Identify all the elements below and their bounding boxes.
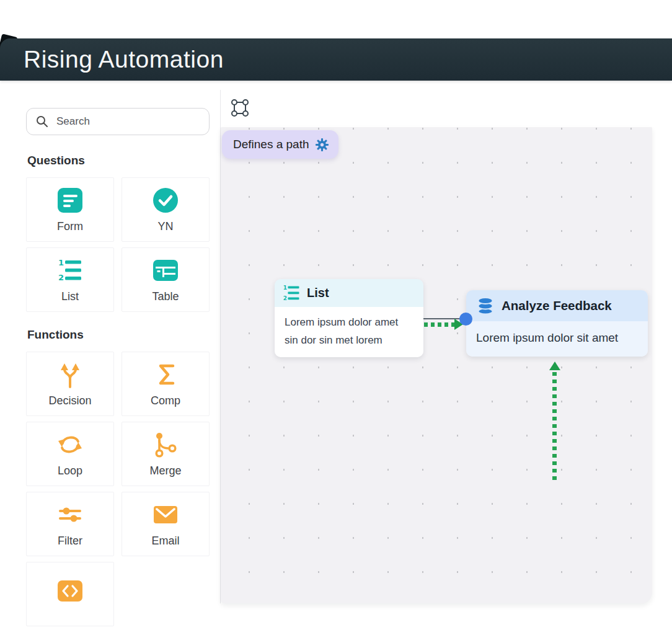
dotted-arrow-right (424, 322, 455, 327)
palette-item-label: Merge (149, 464, 181, 477)
dotted-arrow-up-head (549, 362, 560, 370)
palette-item-table[interactable]: Table (122, 247, 210, 312)
graph-nodes-icon[interactable] (229, 97, 250, 118)
svg-text:1: 1 (283, 285, 287, 291)
palette-item-filter[interactable]: Filter (26, 492, 114, 556)
gear-icon[interactable] (315, 138, 329, 152)
section-heading-functions: Functions (27, 328, 210, 342)
node-palette-sidebar: Questions Form YN 12 List Table Func (26, 108, 210, 626)
node-body-text: Lorem ipsum dolor amet sin dor sin met l… (275, 307, 423, 357)
svg-text:2: 2 (283, 295, 287, 301)
palette-item-code[interactable] (26, 562, 114, 626)
node-analyze-header: Analyze Feedback (466, 290, 648, 321)
node-analyze-feedback[interactable]: Analyze Feedback Lorem ipsum dolor sit a… (466, 290, 648, 357)
svg-text:1: 1 (58, 259, 64, 267)
ordered-list-icon: 12 (58, 256, 82, 285)
sigma-icon (154, 360, 177, 389)
palette-item-comp[interactable]: Comp (122, 352, 210, 416)
ordered-list-icon: 12 (283, 285, 300, 301)
palette-item-label: List (61, 290, 79, 303)
email-icon (153, 500, 179, 529)
dotted-arrow-up (552, 372, 557, 481)
palette-item-decision[interactable]: Decision (26, 352, 114, 416)
path-tooltip: Defines a path (222, 130, 338, 159)
node-body-text: Lorem ipsum dolor sit amet (466, 321, 648, 357)
merge-icon (154, 430, 177, 459)
search-box[interactable] (26, 108, 210, 135)
node-title: List (307, 286, 329, 300)
tooltip-label: Defines a path (233, 138, 309, 151)
palette-item-label: Loop (58, 464, 82, 477)
palette-item-email[interactable]: Email (122, 492, 210, 556)
svg-text:2: 2 (58, 273, 64, 282)
app-title: Rising Automation (24, 46, 224, 73)
yes-no-check-icon (152, 186, 179, 215)
node-list[interactable]: 12 List Lorem ipsum dolor amet sin dor s… (275, 279, 423, 357)
palette-item-label: Decision (48, 394, 91, 407)
form-icon (56, 186, 84, 215)
filter-sliders-icon (57, 500, 83, 529)
palette-item-label: YN (157, 220, 173, 233)
search-icon (35, 115, 49, 128)
palette-item-label: Filter (58, 535, 82, 548)
palette-item-list[interactable]: 12 List (26, 247, 114, 312)
database-icon (476, 297, 495, 314)
search-input[interactable] (55, 115, 200, 128)
section-heading-questions: Questions (27, 154, 210, 167)
code-icon (56, 577, 84, 605)
palette-item-merge[interactable]: Merge (122, 422, 210, 486)
palette-item-loop[interactable]: Loop (26, 422, 114, 486)
palette-item-label: Form (57, 220, 83, 233)
palette-item-label: Email (151, 535, 179, 548)
app-header: Rising Automation (0, 38, 672, 81)
questions-tiles: Form YN 12 List Table (26, 177, 210, 312)
palette-item-yn[interactable]: YN (122, 177, 210, 242)
palette-item-form[interactable]: Form (26, 177, 114, 242)
node-title: Analyze Feedback (502, 298, 612, 313)
decision-branch-icon (58, 360, 82, 389)
functions-tiles: Decision Comp Loop Merge Filter (26, 352, 210, 626)
palette-item-label: Comp (151, 394, 180, 407)
palette-item-label: Table (152, 290, 179, 303)
connection-port-dot[interactable] (459, 313, 472, 326)
loop-icon (57, 430, 83, 459)
node-list-header: 12 List (275, 279, 423, 307)
table-icon (152, 256, 179, 285)
workflow-canvas[interactable] (221, 127, 652, 603)
